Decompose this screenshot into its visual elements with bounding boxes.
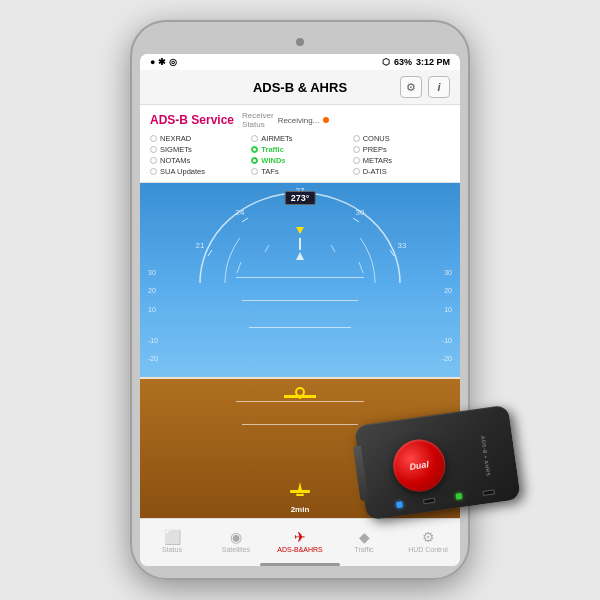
svg-line-2	[242, 218, 248, 222]
svg-rect-18	[296, 494, 304, 496]
svg-rect-17	[290, 490, 310, 493]
current-time: 3:12 PM	[416, 57, 450, 67]
tab-bar: ⬜ Status ◉ Satellites ✈ ADS-B&AHRS ◆ Tra…	[140, 518, 460, 562]
tab-adsb-ahrs[interactable]: ✈ ADS-B&AHRS	[268, 529, 332, 553]
data-item-winds[interactable]: WINDs	[251, 156, 348, 165]
svg-line-6	[353, 218, 359, 222]
service-header: ADS-B Service Receiver Status Receiving.…	[150, 111, 450, 129]
heading-display: 273°	[285, 191, 316, 205]
data-item-datis[interactable]: D-ATIS	[353, 167, 450, 176]
data-item-nexrad[interactable]: NEXRAD	[150, 134, 247, 143]
nav-bar: ADS-B & AHRS ⚙ i	[140, 70, 460, 105]
tablet-shell: ● ✱ ◎ ⬡ 63% 3:12 PM ADS-B & AHRS ⚙ i ADS…	[130, 20, 470, 580]
device-bottom-row	[385, 487, 505, 510]
device-body: Dual ADS-B + AHRS	[354, 405, 521, 521]
receiver-label2: Status	[242, 120, 274, 129]
receiver-status: Receiver Status Receiving...	[242, 111, 329, 129]
wifi-icon: ✱	[158, 57, 166, 67]
hud-tab-label: HUD Control	[408, 546, 448, 553]
hardware-device: Dual ADS-B + AHRS	[360, 415, 520, 520]
status-right: ⬡ 63% 3:12 PM	[382, 57, 450, 67]
tab-satellites[interactable]: ◉ Satellites	[204, 529, 268, 553]
satellites-tab-icon: ◉	[230, 529, 242, 545]
ahrs-horizon-line	[140, 377, 460, 379]
receiver-label: Receiver	[242, 111, 274, 120]
tablet-top-bar	[140, 34, 460, 50]
device-red-button: Dual	[390, 436, 449, 495]
satellites-tab-label: Satellites	[222, 546, 250, 553]
horizon-circle	[295, 387, 305, 397]
bluetooth-icon: ⬡	[382, 57, 390, 67]
svg-text:21: 21	[196, 241, 205, 250]
status-left: ● ✱ ◎	[150, 57, 177, 67]
adsb-tab-icon: ✈	[294, 529, 306, 545]
turn-time-label: 2min	[291, 505, 310, 514]
service-title: ADS-B Service	[150, 113, 234, 127]
location-icon: ◎	[169, 57, 177, 67]
bottom-aircraft-icon	[285, 480, 315, 504]
svg-line-0	[208, 250, 212, 256]
signal-icon: ●	[150, 57, 155, 67]
ads-b-service-section: ADS-B Service Receiver Status Receiving.…	[140, 105, 460, 183]
heading-triangle	[296, 227, 304, 234]
traffic-tab-icon: ◆	[359, 529, 370, 545]
aircraft-wing-right	[302, 395, 316, 398]
svg-text:33: 33	[398, 241, 407, 250]
adsb-tab-label: ADS-B&AHRS	[277, 546, 323, 553]
receiver-dot	[323, 117, 329, 123]
data-item-conus[interactable]: CONUS	[353, 134, 450, 143]
home-bar	[260, 563, 340, 566]
tab-status[interactable]: ⬜ Status	[140, 529, 204, 553]
data-item-notams[interactable]: NOTAMs	[150, 156, 247, 165]
svg-text:24: 24	[236, 208, 245, 217]
data-item-sua[interactable]: SUA Updates	[150, 167, 247, 176]
tab-hud-control[interactable]: ⚙ HUD Control	[396, 529, 460, 553]
nav-icons: ⚙ i	[400, 76, 450, 98]
device-port-1	[422, 497, 435, 504]
device-port-2	[482, 489, 495, 496]
battery-level: 63%	[394, 57, 412, 67]
data-item-traffic[interactable]: Traffic	[251, 145, 348, 154]
traffic-tab-label: Traffic	[354, 546, 373, 553]
tab-traffic[interactable]: ◆ Traffic	[332, 529, 396, 553]
data-item-metars[interactable]: METARs	[353, 156, 450, 165]
info-button[interactable]: i	[428, 76, 450, 98]
data-item-airmets[interactable]: AIRMETs	[251, 134, 348, 143]
device-label-right: ADS-B + AHRS	[480, 435, 492, 476]
svg-text:30: 30	[356, 208, 365, 217]
hud-tab-icon: ⚙	[422, 529, 435, 545]
data-item-sigmets[interactable]: SIGMETs	[150, 145, 247, 154]
data-item-tafs[interactable]: TAFs	[251, 167, 348, 176]
status-tab-label: Status	[162, 546, 182, 553]
device-light-blue	[396, 501, 403, 508]
home-indicator-bar	[140, 562, 460, 566]
tablet-camera	[296, 38, 304, 46]
device-light-green	[455, 493, 462, 500]
data-item-preps[interactable]: PREPs	[353, 145, 450, 154]
settings-button[interactable]: ⚙	[400, 76, 422, 98]
data-grid: NEXRAD AIRMETs CONUS SIGMETs Traffic	[150, 134, 450, 176]
status-bar: ● ✱ ◎ ⬡ 63% 3:12 PM	[140, 54, 460, 70]
status-tab-icon: ⬜	[164, 529, 181, 545]
device-logo: Dual	[409, 459, 430, 472]
receiver-value: Receiving...	[278, 116, 320, 125]
page-title: ADS-B & AHRS	[200, 80, 400, 95]
